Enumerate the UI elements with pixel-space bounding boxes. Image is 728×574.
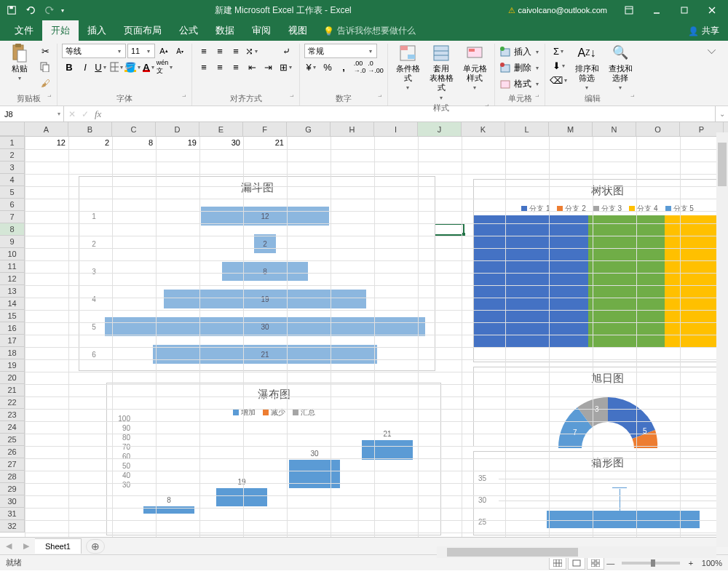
column-header[interactable]: G <box>287 122 331 136</box>
column-header[interactable]: M <box>549 122 593 136</box>
select-all-corner[interactable] <box>0 122 25 136</box>
row-header[interactable]: 2 <box>0 149 25 162</box>
find-select-button[interactable]: 🔍查找和选择▾ <box>605 44 636 92</box>
row-header[interactable]: 11 <box>0 260 25 273</box>
sunburst-chart[interactable]: 旭日图 5 3 7 <box>473 367 728 447</box>
orientation-button[interactable]: ⤭▾ <box>245 44 259 58</box>
row-header[interactable]: 30 <box>0 495 25 508</box>
cell[interactable]: 30 <box>199 137 243 149</box>
row-header[interactable]: 18 <box>0 347 25 359</box>
funnel-chart[interactable]: 漏斗图 1122238419530621 <box>79 176 435 371</box>
name-box[interactable]: J8 <box>0 106 64 121</box>
minimize-button[interactable] <box>644 0 670 20</box>
bold-button[interactable]: B <box>62 60 76 74</box>
font-size-dropdown[interactable]: 11▾ <box>127 44 155 58</box>
fill-color-button[interactable]: 🪣▾ <box>126 60 141 74</box>
delete-cells-button[interactable]: 删除▾ <box>499 60 540 76</box>
align-bottom-button[interactable]: ≡ <box>229 44 243 58</box>
column-header[interactable]: O <box>636 122 680 136</box>
cancel-formula-button[interactable]: ✕ <box>68 109 76 119</box>
tab-formula[interactable]: 公式 <box>170 20 207 41</box>
column-header[interactable]: E <box>199 122 243 136</box>
phonetic-button[interactable]: wén文▾ <box>158 60 173 74</box>
enter-formula-button[interactable]: ✓ <box>82 109 89 119</box>
horizontal-scrollbar[interactable] <box>437 546 716 558</box>
sheet-nav-next-button[interactable]: ▶ <box>17 541 35 551</box>
tab-file[interactable]: 文件 <box>6 20 42 41</box>
sheet-nav-prev-button[interactable]: ◀ <box>0 541 17 551</box>
column-header[interactable]: I <box>374 122 418 136</box>
row-header[interactable]: 3 <box>0 162 25 174</box>
tab-insert[interactable]: 插入 <box>79 20 115 41</box>
column-header[interactable]: F <box>243 122 287 136</box>
row-header[interactable]: 31 <box>0 508 25 520</box>
maximize-button[interactable] <box>671 0 697 20</box>
row-header[interactable]: 21 <box>0 384 25 396</box>
row-header[interactable]: 5 <box>0 186 25 199</box>
new-sheet-button[interactable]: ⊕ <box>86 539 105 554</box>
column-header[interactable]: N <box>593 122 636 136</box>
fill-button[interactable]: ⬇▾ <box>550 58 569 73</box>
align-left-button[interactable]: ≡ <box>197 60 211 74</box>
accounting-format-button[interactable]: ¥▾ <box>304 60 319 74</box>
row-header[interactable]: 7 <box>0 211 25 223</box>
align-middle-button[interactable]: ≡ <box>213 44 227 58</box>
normal-view-button[interactable] <box>549 557 566 570</box>
copy-button[interactable] <box>38 60 52 74</box>
row-header[interactable]: 10 <box>0 248 25 260</box>
row-header[interactable]: 26 <box>0 446 25 458</box>
align-top-button[interactable]: ≡ <box>197 44 211 58</box>
increase-indent-button[interactable]: ⇥ <box>261 60 275 74</box>
tab-review[interactable]: 审阅 <box>243 20 280 41</box>
sheet-tab[interactable]: Sheet1 <box>35 538 82 554</box>
row-header[interactable]: 1 <box>0 137 25 149</box>
comma-format-button[interactable]: , <box>336 60 351 74</box>
sort-filter-button[interactable]: AZ↓排序和筛选▾ <box>571 44 602 92</box>
row-header[interactable]: 22 <box>0 396 25 409</box>
row-header[interactable]: 16 <box>0 322 25 335</box>
row-header[interactable]: 8 <box>0 223 25 236</box>
tab-layout[interactable]: 页面布局 <box>115 20 170 41</box>
column-header[interactable]: K <box>462 122 505 136</box>
font-color-button[interactable]: A▾ <box>142 60 157 74</box>
worksheet[interactable]: ABCDEFGHIJKLMNOP 12345678910111213141516… <box>0 122 728 537</box>
number-format-dropdown[interactable]: 常规▾ <box>304 44 377 58</box>
row-header[interactable]: 20 <box>0 372 25 384</box>
decrease-font-button[interactable]: A▾ <box>173 44 187 58</box>
row-header[interactable]: 19 <box>0 359 25 372</box>
row-header[interactable]: 17 <box>0 335 25 347</box>
decrease-indent-button[interactable]: ⇤ <box>245 60 259 74</box>
expand-formula-button[interactable]: ⌄ <box>715 106 728 121</box>
zoom-out-button[interactable]: — <box>606 559 616 567</box>
redo-button[interactable] <box>41 2 58 18</box>
align-center-button[interactable]: ≡ <box>213 60 227 74</box>
column-header[interactable]: C <box>112 122 156 136</box>
ribbon-display-button[interactable] <box>616 0 642 20</box>
merge-center-button[interactable]: ⊞▾ <box>278 60 295 74</box>
zoom-slider[interactable] <box>622 562 680 565</box>
row-header[interactable]: 14 <box>0 298 25 310</box>
page-layout-view-button[interactable] <box>568 557 585 570</box>
share-button[interactable]: 👤 共享 <box>679 21 728 41</box>
row-header[interactable]: 6 <box>0 199 25 211</box>
row-header[interactable]: 29 <box>0 483 25 495</box>
row-header[interactable]: 9 <box>0 236 25 248</box>
waterfall-chart[interactable]: 瀑布图 增加减少汇总 30405060708090100 8193021 <box>106 383 441 535</box>
decrease-decimal-button[interactable]: .0→.00 <box>368 60 383 74</box>
close-button[interactable] <box>699 0 725 20</box>
cell-styles-button[interactable]: 单元格样式▾ <box>459 44 490 92</box>
row-header[interactable]: 13 <box>0 285 25 298</box>
cell[interactable]: 19 <box>156 137 199 149</box>
autosum-button[interactable]: Σ▾ <box>550 44 569 58</box>
tell-me-search[interactable]: 💡 告诉我你想要做什么 <box>316 21 423 41</box>
cells-canvas[interactable]: 漏斗图 1122238419530621 瀑布图 增加减少汇总 30405060… <box>25 137 728 537</box>
column-header[interactable]: A <box>25 122 68 136</box>
format-cells-button[interactable]: 格式▾ <box>499 76 540 92</box>
row-header[interactable]: 4 <box>0 174 25 186</box>
border-button[interactable]: ▾ <box>110 60 124 74</box>
insert-cells-button[interactable]: 插入▾ <box>499 44 540 60</box>
underline-button[interactable]: U▾ <box>94 60 108 74</box>
cell[interactable]: 8 <box>112 137 156 149</box>
page-break-view-button[interactable] <box>587 557 604 570</box>
column-header[interactable]: D <box>156 122 199 136</box>
